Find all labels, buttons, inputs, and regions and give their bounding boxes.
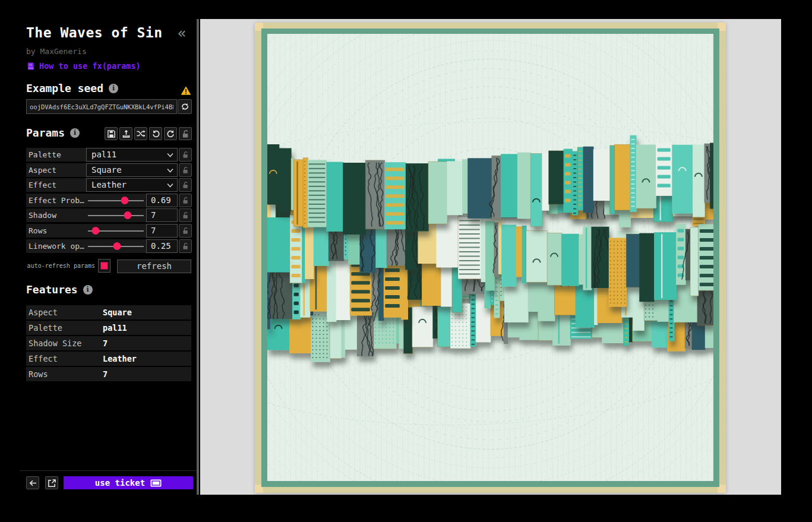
param-label: Aspect [29,163,56,177]
sidebar: The Waves of Sin « by MaxGeneris How to … [0,0,200,522]
feature-row: Effect Leather [26,352,191,366]
select-value: pal11 [91,150,116,159]
back-button[interactable] [26,476,39,489]
redo-button[interactable] [164,127,177,140]
author-byline: by MaxGeneris [26,47,87,56]
upload-params-button[interactable] [119,127,132,140]
feature-value: pal11 [103,321,127,335]
save-params-button[interactable] [105,127,118,140]
randomize-params-button[interactable] [134,127,147,140]
linework-opacity-slider[interactable] [88,239,144,253]
slider-value: 0.25 [146,239,178,253]
lock-effect-prob-toggle[interactable] [179,194,192,207]
footer-divider [20,470,198,471]
undo-button[interactable] [149,127,162,140]
select-value: Square [91,165,122,175]
feature-value: 7 [103,367,108,381]
help-link-label: How to use fx(params) [39,61,141,71]
slider-handle[interactable] [113,242,121,250]
param-label: Palette [29,148,61,162]
params-heading: Params i [26,126,80,139]
collapse-sidebar-button[interactable]: « [178,26,186,40]
unlock-icon [182,211,189,219]
sidebar-scrollbar[interactable] [197,19,199,495]
param-label: Effect Prob… [29,194,84,207]
use-ticket-label: use ticket [95,478,145,488]
param-row-rows: Rows 7 [26,224,178,238]
artwork-canvas-area [200,19,781,495]
feature-row: Shadow Size 7 [26,336,191,350]
seed-input[interactable] [26,99,177,114]
param-row-linework: Linework op… 0.25 [26,239,178,253]
param-row-effect: Effect Leather [26,178,178,192]
aspect-select[interactable]: Square [86,163,178,177]
param-label: Linework op… [29,239,84,253]
help-link[interactable]: How to use fx(params) [26,61,141,71]
features-heading: Features i [26,283,93,296]
feature-value: 7 [103,336,108,350]
auto-refresh-label: auto-refresh params [26,262,95,269]
lock-palette-toggle[interactable] [179,148,192,162]
chevron-down-icon [167,168,173,173]
effect-prob-slider[interactable] [88,194,144,207]
slider-handle[interactable] [124,211,131,219]
unlock-icon [181,129,190,138]
param-row-aspect: Aspect Square [26,163,178,177]
open-in-new-window-button[interactable] [45,476,58,489]
book-icon [26,62,35,71]
feature-label: Aspect [29,305,58,319]
example-seed-heading: Example seed i [26,82,118,94]
lock-linework-toggle[interactable] [179,239,192,253]
chevron-down-icon [167,153,173,157]
redo-icon [166,129,175,138]
feature-value: Leather [103,352,137,366]
unlock-icon [182,227,189,235]
param-row-effect-prob: Effect Prob… 0.69 [26,194,178,207]
effect-select[interactable]: Leather [86,178,178,192]
lock-shadow-toggle[interactable] [179,208,192,222]
warning-icon [181,86,191,96]
use-ticket-button[interactable]: use ticket [64,476,193,489]
feature-label: Shadow Size [29,336,81,350]
rows-slider[interactable] [88,224,144,238]
params-toolbar [105,127,192,140]
param-label: Shadow [29,208,56,222]
chevron-down-icon [167,183,173,188]
feature-label: Palette [29,321,62,335]
param-label: Effect [29,178,56,192]
slider-value: 0.69 [146,194,178,207]
feature-label: Rows [29,367,48,381]
slider-value: 7 [146,208,178,222]
undo-icon [151,129,160,138]
lock-all-params-button[interactable] [179,127,192,140]
slider-handle[interactable] [92,227,100,235]
save-icon [107,129,116,138]
unlock-icon [182,181,189,189]
unlock-icon [182,166,189,174]
arrow-left-icon [29,479,37,488]
param-row-shadow: Shadow 7 [26,208,178,222]
info-icon[interactable]: i [70,128,80,138]
refresh-icon [181,102,189,111]
generative-artwork[interactable] [255,23,726,493]
refresh-button[interactable]: refresh [117,260,191,273]
slider-value: 7 [146,224,178,238]
external-link-icon [48,479,56,488]
shadow-slider[interactable] [88,208,144,222]
lock-rows-toggle[interactable] [179,224,192,238]
info-icon[interactable]: i [109,84,118,93]
seed-refresh-button[interactable] [178,99,192,114]
feature-row: Aspect Square [26,305,191,319]
shuffle-icon [136,129,146,138]
lock-effect-toggle[interactable] [179,178,192,192]
lock-aspect-toggle[interactable] [179,163,192,177]
select-value: Leather [91,180,127,189]
palette-select[interactable]: pal11 [86,148,178,162]
unlock-icon [182,197,189,204]
feature-row: Rows 7 [26,367,191,381]
slider-handle[interactable] [121,197,129,204]
auto-refresh-checkbox[interactable] [98,259,110,273]
checkbox-fill [101,262,108,269]
feature-value: Square [103,305,132,319]
info-icon[interactable]: i [83,285,93,295]
